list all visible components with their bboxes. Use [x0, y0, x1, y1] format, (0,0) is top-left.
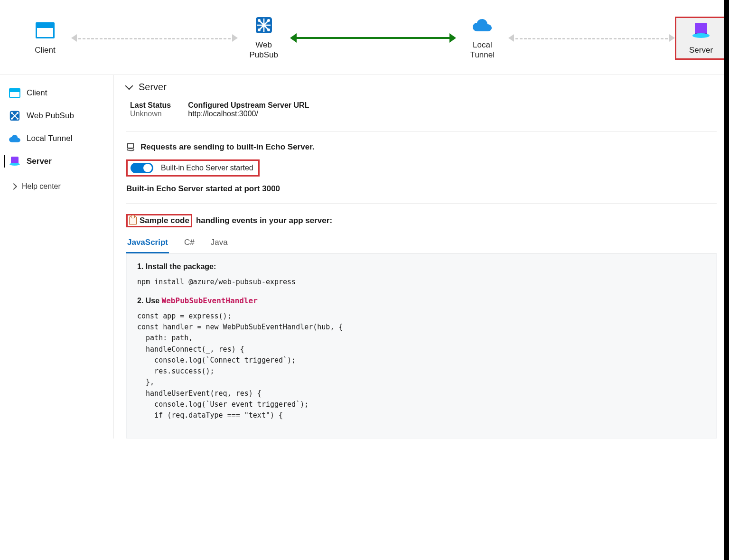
client-icon	[36, 22, 55, 38]
divider	[126, 203, 717, 204]
svg-point-2	[267, 19, 270, 22]
chevron-down-icon	[125, 82, 133, 90]
server-icon	[692, 23, 710, 38]
section-toggle-server[interactable]: Server	[126, 82, 717, 93]
arrow-localtunnel-server	[508, 31, 675, 45]
echo-server-toggle[interactable]	[131, 163, 153, 173]
status-row: Last Status Unknown Configured Upstream …	[130, 101, 717, 118]
echo-requests-line: Requests are sending to built-in Echo Se…	[126, 142, 717, 152]
sidebar-item-client[interactable]: Client	[0, 82, 113, 104]
client-icon	[9, 88, 20, 98]
code-tabs: JavaScript C# Java	[126, 234, 717, 253]
window-edge	[724, 0, 729, 439]
svg-point-9	[11, 117, 13, 119]
step2-classname: WebPubSubEventHandler	[162, 296, 258, 305]
step2-title: 2. Use WebPubSubEventHandler	[137, 296, 706, 305]
code-sample-box: 1. Install the package: npm install @azu…	[126, 253, 717, 439]
server-icon	[9, 157, 20, 166]
upstream-url-value: http://localhost:3000/	[188, 110, 309, 118]
step2-code: const app = express(); const handler = n…	[137, 311, 706, 421]
node-webpubsub-label: Web PubSub	[249, 40, 278, 60]
sidebar-item-server[interactable]: Server	[0, 150, 113, 173]
echo-toggle-label: Built-in Echo Server started	[161, 164, 253, 172]
step1-title: 1. Install the package:	[137, 262, 706, 271]
arrow-webpubsub-localtunnel	[290, 31, 457, 45]
sidebar-item-webpubsub[interactable]: Web PubSub	[0, 104, 113, 127]
sample-code-highlight: Sample code	[126, 214, 192, 227]
cloud-icon	[472, 18, 493, 32]
sidebar-item-label: Server	[27, 157, 52, 166]
node-webpubsub[interactable]: Web PubSub	[238, 11, 290, 65]
svg-point-5	[262, 24, 265, 27]
node-localtunnel-label: Local Tunnel	[470, 40, 495, 60]
node-client[interactable]: Client	[19, 17, 71, 60]
node-server[interactable]: Server	[675, 17, 727, 60]
tab-java[interactable]: Java	[210, 234, 229, 253]
clipboard-icon	[129, 216, 137, 225]
section-title: Server	[139, 82, 167, 93]
sample-code-heading: Sample code handling events in your app …	[126, 214, 717, 227]
main-panel: Server Last Status Unknown Configured Up…	[114, 75, 729, 439]
node-localtunnel[interactable]: Local Tunnel	[456, 11, 508, 65]
sidebar-item-localtunnel[interactable]: Local Tunnel	[0, 127, 113, 150]
arrow-client-webpubsub	[71, 31, 238, 45]
tab-csharp[interactable]: C#	[183, 234, 196, 253]
step1-command: npm install @azure/web-pubsub-express	[137, 277, 706, 288]
svg-point-10	[17, 117, 19, 119]
svg-point-7	[11, 112, 13, 113]
sidebar: Client Web PubSub Local Tunnel	[0, 75, 114, 439]
webpubsub-icon	[9, 110, 20, 121]
sidebar-item-label: Web PubSub	[27, 111, 74, 121]
svg-point-8	[17, 112, 19, 113]
upstream-url-label: Configured Upstream Server URL	[188, 101, 309, 110]
chevron-right-icon	[10, 183, 17, 189]
sidebar-item-label: Local Tunnel	[27, 134, 72, 143]
divider	[126, 131, 717, 132]
node-client-label: Client	[35, 45, 55, 55]
sidebar-help-center[interactable]: Help center	[0, 173, 113, 196]
echo-started-line: Built-in Echo Server started at port 300…	[126, 184, 717, 194]
workflow-bar: Client Web PubSub Local Tunnel Server	[0, 0, 729, 75]
sidebar-item-label: Client	[27, 88, 47, 98]
svg-point-3	[258, 28, 261, 31]
svg-point-1	[258, 19, 261, 22]
svg-point-4	[267, 28, 270, 31]
svg-point-12	[127, 149, 134, 150]
sidebar-help-label: Help center	[22, 182, 61, 191]
echo-toggle-highlight: Built-in Echo Server started	[126, 159, 260, 177]
last-status-value: Unknown	[130, 110, 171, 118]
node-server-label: Server	[689, 45, 713, 55]
tab-javascript[interactable]: JavaScript	[126, 234, 169, 253]
server-outline-icon	[126, 143, 135, 151]
svg-rect-11	[128, 143, 134, 148]
last-status-label: Last Status	[130, 101, 171, 110]
cloud-icon	[9, 134, 21, 143]
webpubsub-icon	[254, 16, 273, 35]
